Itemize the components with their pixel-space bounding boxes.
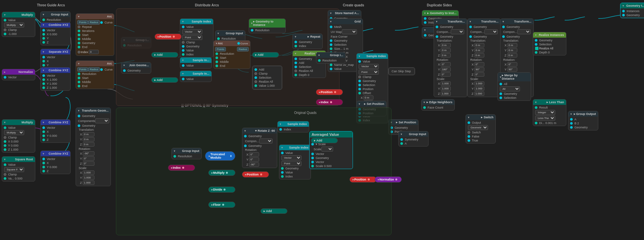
position-sym-node[interactable]: ▸ Position bbox=[350, 176, 376, 183]
transform-x[interactable] bbox=[83, 132, 94, 136]
position-cq-node[interactable]: ▸ Position bbox=[316, 89, 343, 95]
arc-node-2[interactable]: ▾Arc Points Radius Curve Resolution Star… bbox=[76, 61, 114, 89]
tr-ds1-y[interactable] bbox=[441, 48, 451, 52]
merge-by-distance-node[interactable]: ▾▸ Merge by Distance All All Geometry Se… bbox=[497, 72, 531, 101]
edge-neighbors-ds[interactable]: ▾▸ Edge Neighbors Face Count bbox=[421, 99, 455, 111]
combine-xyz-node-2[interactable]: ▾Combine XYZ Vector X 1.000 Y 1.000 Z 1.… bbox=[40, 67, 71, 91]
add-sym2-node[interactable]: ▸ Add bbox=[260, 208, 287, 214]
group-output-ds[interactable]: ▾▸ Group Output A B 2 Geometry bbox=[568, 111, 598, 130]
combine-xyz-node-1[interactable]: ▾Combine XYZ Vector X 0.000 Y Z bbox=[40, 22, 71, 45]
value-clamp-node[interactable]: Add Clamp Selection Realize All Value 1.… bbox=[252, 66, 282, 90]
sc-ds2-z[interactable] bbox=[474, 91, 484, 96]
transform-ds-1[interactable]: ▾Transform... Geometry Compon... Geometr… bbox=[434, 18, 467, 97]
divide-sym-node[interactable]: ▸ Divide bbox=[208, 187, 235, 193]
tr-ds3-x[interactable] bbox=[507, 43, 517, 47]
transform-z[interactable] bbox=[83, 142, 94, 147]
ro-ds2-z[interactable] bbox=[474, 72, 484, 77]
sample-index-node-1[interactable]: ▾Sample Index Value Vector Point Clamp G… bbox=[180, 18, 213, 57]
sample-index-node-3[interactable]: ▾Sample In... Value bbox=[180, 71, 212, 82]
truncated-modulo-node[interactable]: ▸ Truncated Modulo bbox=[205, 151, 235, 161]
sc-ds1-y[interactable] bbox=[441, 86, 451, 91]
add-node-1[interactable]: ▸ Add bbox=[151, 52, 178, 57]
ro-ds2-y[interactable] bbox=[474, 67, 484, 72]
tr-ds1-z[interactable] bbox=[441, 53, 451, 57]
ro-ds2-x[interactable] bbox=[474, 62, 484, 67]
si-domain-1[interactable]: Point bbox=[182, 35, 202, 40]
scale-y[interactable] bbox=[83, 175, 94, 180]
group-input-symmetry[interactable]: ▾Group Input Resolution bbox=[171, 148, 202, 159]
floor-sym-node[interactable]: ▸ Floor bbox=[208, 202, 235, 208]
multiply-dropdown-2[interactable]: Multiply bbox=[4, 130, 24, 135]
arc-node-1[interactable]: ▾Arc Points Radius Curve Repeat Iteratio… bbox=[76, 13, 114, 56]
less-than-type[interactable]: Integer bbox=[535, 110, 555, 115]
normalize-sym-node[interactable]: ▸ Normalize bbox=[375, 176, 402, 183]
ro-ds3-y[interactable] bbox=[507, 67, 517, 72]
multiply-node-1[interactable]: ▾Multiply Value Multiply Clamp -1.000 bbox=[2, 12, 35, 37]
tr-ds1-x[interactable] bbox=[441, 43, 451, 47]
index-cq-node[interactable]: ▸ Index bbox=[316, 99, 343, 105]
can-skip-step-node[interactable]: Can Skip Step bbox=[388, 67, 415, 75]
si-cq-type[interactable]: Vector bbox=[359, 64, 379, 69]
combine-xyz-node-3[interactable]: ▾Combine XYZ Vector X Y 0.000 Z bbox=[40, 119, 71, 143]
sc-ds1-z[interactable] bbox=[441, 91, 451, 96]
position-node-1[interactable]: ▸ Position bbox=[155, 34, 182, 40]
combine-xyz-node-4[interactable]: ▾Combine XYZ Vector X Y 0.000 Z bbox=[40, 151, 71, 174]
ro-ds1-y[interactable] bbox=[441, 67, 451, 72]
transform-ds-2[interactable]: ▾Transform... Geometry Compon... Geometr… bbox=[467, 18, 501, 97]
add-arc-node[interactable]: ▸ Add bbox=[252, 52, 279, 57]
multiply-dropdown-1[interactable]: Multiply bbox=[4, 23, 24, 28]
group-input-bottom-sym[interactable]: ▾Group Input Symmetry A bbox=[398, 131, 429, 147]
add-sym-node[interactable]: ▸ Add bbox=[311, 138, 338, 143]
transform-ds2-comp[interactable] bbox=[484, 29, 498, 34]
si-sym2-type[interactable]: Vector bbox=[281, 155, 301, 160]
si-type-1[interactable]: Vector bbox=[182, 29, 202, 34]
sc-ds2-x[interactable] bbox=[474, 81, 484, 86]
add-node-2[interactable]: ▸ Add bbox=[151, 77, 178, 83]
ro-ds1-x[interactable] bbox=[441, 62, 451, 67]
index-sym-node[interactable]: ▸ Index bbox=[168, 165, 195, 171]
grid-uvmap[interactable] bbox=[342, 29, 357, 34]
transform-y[interactable] bbox=[83, 137, 94, 142]
arc1-index-input[interactable] bbox=[89, 50, 99, 54]
sc-ds1-x[interactable] bbox=[441, 81, 451, 86]
rotate-comp[interactable] bbox=[259, 138, 273, 144]
group-input-node-1[interactable]: ▾Group Input Resolution bbox=[40, 11, 71, 23]
square-root-node[interactable]: ▾Square Root Value Square Root Clamp Va.… bbox=[2, 156, 35, 182]
sample-index-sym-1[interactable]: ▾Sample Index Index bbox=[277, 121, 309, 132]
tr-ds2-z[interactable] bbox=[474, 53, 484, 57]
repeat-node-1[interactable]: ▾▸ Repeat Geometry Index bbox=[292, 34, 323, 49]
si-cq-domain[interactable]: Point bbox=[359, 70, 379, 75]
tr-ds3-y[interactable] bbox=[507, 48, 517, 52]
rotate-z[interactable] bbox=[249, 162, 259, 167]
rot-y[interactable] bbox=[83, 156, 94, 161]
realize-instances-ds[interactable]: ▾Realize Instances Geometry Selection Re… bbox=[533, 32, 566, 55]
group-i-createquads[interactable]: ▾Group I... Resolution bbox=[316, 52, 346, 64]
components-dropdown[interactable] bbox=[95, 118, 109, 123]
multiply-sym-node[interactable]: ▸ Multiply bbox=[208, 170, 235, 176]
tr-ds2-x[interactable] bbox=[474, 43, 484, 47]
rotate-y[interactable] bbox=[249, 157, 259, 162]
less-than-ds[interactable]: ▾▸ Less Than Result Integer Less Than Di… bbox=[533, 99, 566, 126]
rotate-z-node[interactable]: ▾▾ Rotate Z -90 Geometry Compon... Geome… bbox=[242, 128, 277, 168]
geometry-top-right[interactable]: ▾Geometry t... Instances Geometry bbox=[620, 3, 644, 18]
rot-z[interactable] bbox=[83, 161, 94, 166]
sample-index-sym-2[interactable]: ▾Sample Index Value Vector Point Geometr… bbox=[279, 145, 311, 179]
sqrt-dropdown[interactable]: Square Root bbox=[4, 167, 24, 172]
switch-type[interactable]: Geometry bbox=[468, 125, 488, 130]
geom-to-instance-node-1[interactable]: ▾▸ Geometry to Instance Resolution bbox=[249, 18, 286, 33]
scale-z[interactable] bbox=[83, 181, 94, 185]
join-geom-node[interactable]: ▾Join Geome... Geometry bbox=[121, 62, 151, 74]
rotate-x[interactable] bbox=[249, 152, 259, 157]
scale-x[interactable] bbox=[83, 170, 94, 175]
si-sym2-domain[interactable]: Point bbox=[281, 161, 301, 166]
mbd-mode[interactable]: All bbox=[500, 86, 520, 91]
realize-all-checkbox[interactable] bbox=[535, 47, 538, 50]
transform-ds3-comp[interactable] bbox=[517, 29, 531, 34]
si-cq-x[interactable] bbox=[363, 95, 373, 100]
switch-ds[interactable]: ▾▸ Switch Output Geometry Switch False T… bbox=[466, 114, 496, 144]
transform-ds1-comp[interactable] bbox=[451, 29, 464, 34]
position-sym-bottom[interactable]: ▸ Position bbox=[242, 171, 269, 177]
transform-geom-node[interactable]: ▾Transform Geom... Geometry Components G… bbox=[76, 108, 111, 186]
sample-index-node-2[interactable]: ▾Sample In... Value bbox=[180, 57, 212, 69]
tr-ds3-z[interactable] bbox=[507, 53, 517, 57]
